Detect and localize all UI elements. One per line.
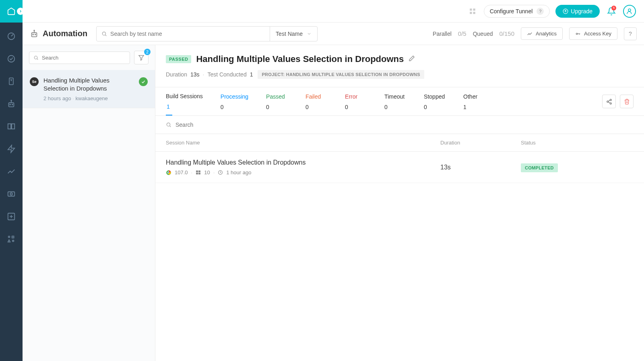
svg-rect-16 bbox=[8, 192, 15, 196]
nav-hypertest-icon[interactable] bbox=[6, 143, 17, 155]
analytics-button[interactable]: Analytics bbox=[521, 27, 563, 40]
nav-automation-icon[interactable] bbox=[6, 98, 17, 109]
parallel-label: Parallel bbox=[433, 31, 452, 37]
nav-device-icon[interactable] bbox=[6, 76, 17, 87]
top-header: Configure Tunnel ? Upgrade 5 bbox=[0, 0, 644, 23]
pencil-icon bbox=[409, 55, 415, 62]
share-button[interactable] bbox=[602, 95, 616, 108]
tab-processing[interactable]: Processing 0 bbox=[221, 88, 248, 115]
duration-value: 13s bbox=[190, 71, 200, 78]
tab-failed[interactable]: Failed 0 bbox=[305, 88, 327, 115]
filter-count: 2 bbox=[144, 49, 151, 55]
upgrade-icon bbox=[563, 8, 568, 14]
tab-passed[interactable]: Passed 0 bbox=[266, 88, 288, 115]
upgrade-button[interactable]: Upgrade bbox=[555, 5, 600, 18]
logo-icon bbox=[7, 7, 16, 16]
svg-rect-22 bbox=[12, 236, 14, 238]
svg-point-26 bbox=[33, 34, 33, 35]
svg-point-31 bbox=[576, 33, 578, 35]
key-icon bbox=[575, 31, 581, 37]
apps-grid-icon[interactable] bbox=[467, 6, 478, 17]
svg-rect-1 bbox=[473, 8, 475, 10]
session-status-badge: COMPLETED bbox=[521, 163, 558, 172]
tab-build-sessions[interactable]: Build Sessions 1 bbox=[166, 87, 203, 116]
test-name-select[interactable]: Test Name bbox=[270, 27, 317, 41]
test-item-title: Handling Multiple Values Selection in Dr… bbox=[43, 76, 134, 93]
svg-point-21 bbox=[8, 236, 10, 238]
svg-rect-3 bbox=[473, 12, 475, 14]
test-list-panel: 2 Se Handling Multiple Values Selection … bbox=[23, 45, 155, 361]
svg-point-39 bbox=[610, 103, 611, 104]
help-button[interactable]: ? bbox=[624, 27, 637, 40]
session-meta: 107.0 · 10 · 1 hour ago bbox=[166, 169, 440, 175]
page-title-text: Automation bbox=[43, 29, 87, 38]
search-input-wrap[interactable] bbox=[97, 27, 270, 41]
svg-point-27 bbox=[35, 34, 36, 35]
nav-realtime-icon[interactable] bbox=[6, 53, 17, 64]
tab-other[interactable]: Other 1 bbox=[463, 88, 485, 115]
delete-button[interactable] bbox=[620, 95, 634, 108]
edit-title-button[interactable] bbox=[409, 55, 415, 63]
nav-add-icon[interactable] bbox=[6, 211, 17, 222]
svg-line-30 bbox=[105, 35, 106, 36]
svg-line-40 bbox=[608, 100, 610, 101]
svg-rect-48 bbox=[198, 171, 200, 172]
svg-point-28 bbox=[34, 30, 35, 31]
user-icon bbox=[626, 8, 633, 15]
access-key-button[interactable]: Access Key bbox=[569, 27, 617, 40]
share-icon bbox=[606, 99, 612, 105]
svg-marker-15 bbox=[8, 145, 15, 153]
chevron-down-icon bbox=[307, 31, 312, 36]
session-row[interactable]: Handling Multiple Values Selection in Dr… bbox=[155, 152, 644, 183]
windows-icon bbox=[196, 170, 201, 175]
nav-analytics-icon[interactable] bbox=[6, 166, 17, 177]
nav-screenshot-icon[interactable] bbox=[6, 188, 17, 200]
tab-error[interactable]: Error 0 bbox=[345, 88, 367, 115]
page-title: Automation bbox=[30, 29, 87, 38]
filter-button[interactable]: 2 bbox=[134, 51, 149, 64]
parallel-value: 0/5 bbox=[458, 30, 466, 37]
list-search-wrap[interactable] bbox=[29, 52, 130, 64]
detail-panel: PASSED Handling Multiple Values Selectio… bbox=[155, 45, 644, 361]
notification-button[interactable]: 5 bbox=[605, 5, 617, 17]
svg-point-5 bbox=[628, 9, 631, 11]
search-input[interactable] bbox=[110, 31, 265, 37]
svg-marker-36 bbox=[139, 56, 144, 60]
configure-tunnel-button[interactable]: Configure Tunnel ? bbox=[484, 5, 550, 18]
nav-compare-icon[interactable] bbox=[6, 121, 17, 132]
svg-point-42 bbox=[167, 123, 170, 126]
svg-line-41 bbox=[608, 102, 610, 103]
tab-timeout[interactable]: Timeout 0 bbox=[384, 88, 406, 115]
svg-point-11 bbox=[12, 104, 13, 105]
session-table-header: Session Name Duration Status bbox=[155, 134, 644, 152]
profile-button[interactable] bbox=[623, 5, 636, 18]
search-icon bbox=[101, 31, 107, 37]
sub-header: Automation Test Name Parallel 0/5 Queued… bbox=[23, 23, 644, 45]
logo[interactable] bbox=[0, 0, 23, 23]
test-list-item[interactable]: Se Handling Multiple Values Selection in… bbox=[23, 70, 155, 108]
tab-stopped[interactable]: Stopped 0 bbox=[424, 88, 446, 115]
analytics-icon bbox=[527, 31, 533, 37]
svg-point-10 bbox=[10, 104, 10, 105]
queued-label: Queued bbox=[473, 31, 493, 37]
nav-dashboard-icon[interactable] bbox=[6, 31, 17, 42]
trash-icon bbox=[624, 99, 630, 105]
col-session-name: Session Name bbox=[166, 140, 440, 146]
nav-more-icon[interactable] bbox=[6, 233, 17, 245]
svg-point-17 bbox=[10, 193, 12, 195]
search-icon bbox=[166, 122, 171, 128]
queued-value: 0/150 bbox=[500, 30, 515, 37]
svg-marker-23 bbox=[8, 240, 10, 242]
svg-rect-47 bbox=[196, 171, 198, 172]
svg-rect-0 bbox=[470, 8, 472, 10]
session-search-wrap[interactable] bbox=[155, 116, 644, 134]
clock-icon bbox=[218, 170, 223, 175]
test-name-label: Test Name bbox=[276, 31, 303, 37]
conducted-value: 1 bbox=[250, 71, 253, 78]
svg-line-43 bbox=[169, 126, 171, 127]
list-search-input[interactable] bbox=[42, 55, 126, 61]
session-search-input[interactable] bbox=[175, 122, 634, 128]
svg-rect-50 bbox=[198, 173, 200, 174]
svg-point-38 bbox=[607, 101, 608, 102]
svg-point-12 bbox=[11, 100, 12, 101]
